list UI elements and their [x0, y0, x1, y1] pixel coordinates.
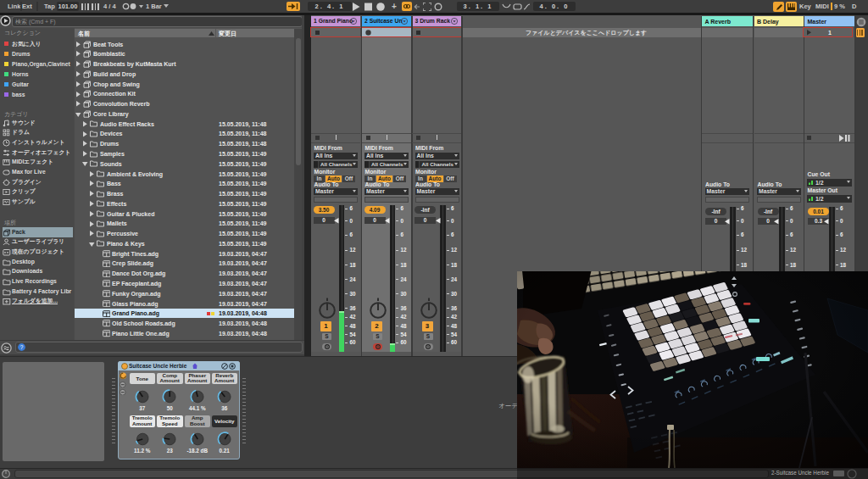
svg-text:?: ?: [20, 344, 24, 350]
